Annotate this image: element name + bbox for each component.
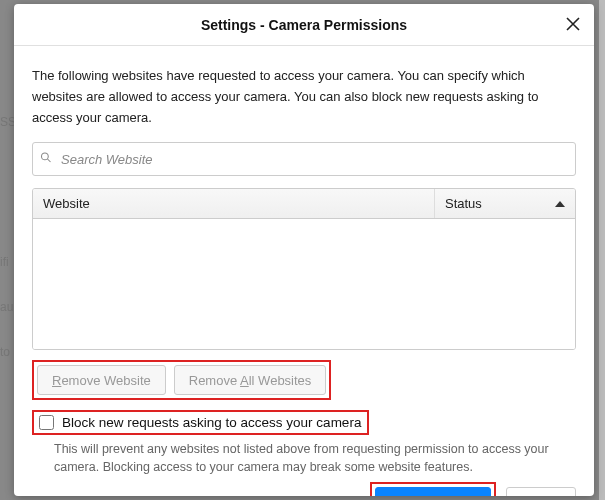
search-input[interactable] (32, 142, 576, 176)
col-status-label: Status (445, 196, 482, 211)
dialog-body: The following websites have requested to… (14, 46, 594, 496)
websites-table: Website Status (32, 188, 576, 350)
search-icon (40, 152, 52, 167)
svg-point-0 (42, 153, 49, 160)
table-body (33, 219, 575, 349)
save-changes-button[interactable]: Save Changes (375, 487, 490, 496)
block-new-requests-label: Block new requests asking to access your… (62, 415, 361, 430)
block-new-requests-row[interactable]: Block new requests asking to access your… (32, 410, 369, 435)
dialog-title: Settings - Camera Permissions (201, 17, 407, 33)
col-website[interactable]: Website (33, 189, 435, 218)
remove-all-websites-button[interactable]: Remove All Websites (174, 365, 327, 395)
bg-hint: ifi (0, 255, 9, 269)
dialog-footer: Save Changes Cancel (32, 482, 576, 496)
intro-text: The following websites have requested to… (32, 66, 576, 128)
remove-buttons-group: Remove Website Remove All Websites (32, 360, 331, 400)
block-helper-text: This will prevent any websites not liste… (54, 441, 576, 476)
svg-line-1 (48, 159, 51, 162)
search-field-wrap (32, 142, 576, 176)
close-button[interactable] (560, 12, 586, 38)
remove-website-button[interactable]: Remove Website (37, 365, 166, 395)
table-header: Website Status (33, 189, 575, 219)
dialog-header: Settings - Camera Permissions (14, 4, 594, 46)
save-highlight: Save Changes (370, 482, 495, 496)
close-icon (566, 17, 580, 34)
block-new-requests-checkbox[interactable] (39, 415, 54, 430)
col-status[interactable]: Status (435, 189, 575, 218)
bg-hint: to (0, 345, 10, 359)
bg-hint: au (0, 300, 13, 314)
settings-dialog: Settings - Camera Permissions The follow… (14, 4, 594, 496)
sort-asc-icon (555, 201, 565, 207)
cancel-button[interactable]: Cancel (506, 487, 576, 496)
